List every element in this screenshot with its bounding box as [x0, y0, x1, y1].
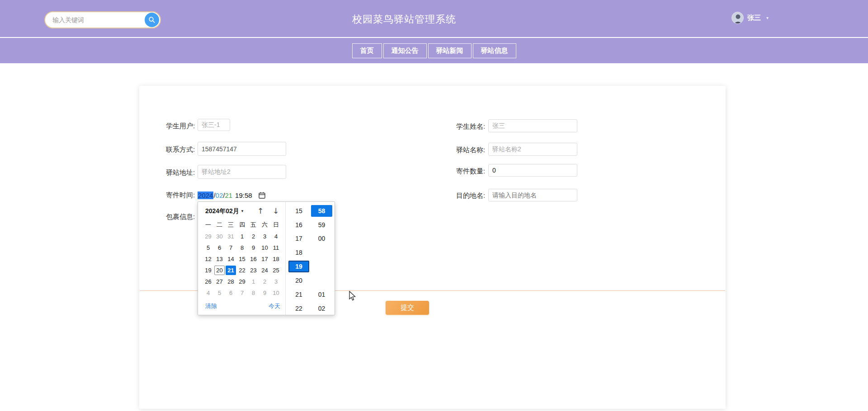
- weekday-label: 三: [225, 221, 236, 229]
- calendar-day[interactable]: 31: [225, 231, 236, 242]
- datetime-day-segment[interactable]: 21: [225, 191, 232, 199]
- hour-option[interactable]: 19: [288, 261, 309, 272]
- nav-tab-news[interactable]: 驿站新闻: [428, 43, 472, 58]
- calendar-day[interactable]: 12: [203, 253, 214, 265]
- calendar-day[interactable]: 5: [203, 242, 214, 253]
- chevron-down-icon: ▾: [766, 15, 769, 20]
- today-button[interactable]: 今天: [269, 302, 280, 310]
- calendar-day[interactable]: 1: [248, 276, 259, 287]
- calendar-day[interactable]: 28: [225, 276, 236, 287]
- hour-option[interactable]: 16: [288, 219, 309, 231]
- datetime-time-segment[interactable]: 19:58: [235, 191, 252, 199]
- calendar-day[interactable]: 22: [236, 265, 248, 276]
- minute-option[interactable]: 59: [311, 219, 332, 231]
- minute-option[interactable]: 00: [311, 233, 332, 244]
- nav-tab-home[interactable]: 首页: [352, 43, 382, 58]
- calendar-day[interactable]: 6: [225, 287, 236, 299]
- calendar-day[interactable]: 29: [203, 231, 214, 242]
- minute-option[interactable]: 02: [311, 303, 332, 314]
- clear-button[interactable]: 清除: [205, 302, 217, 310]
- package-info-label: 包裹信息:: [166, 213, 195, 221]
- calendar-day[interactable]: 4: [203, 287, 214, 299]
- calendar-day[interactable]: 3: [270, 276, 282, 287]
- calendar-day[interactable]: 11: [270, 242, 282, 253]
- station-address-input[interactable]: [198, 165, 286, 179]
- destination-input[interactable]: [488, 189, 577, 201]
- calendar-day[interactable]: 20: [214, 265, 225, 276]
- nav-tab-notices[interactable]: 通知公告: [383, 43, 427, 58]
- hour-option[interactable]: 20: [288, 275, 309, 286]
- weekday-label: 六: [259, 221, 270, 229]
- calendar-day[interactable]: 7: [236, 287, 248, 299]
- minute-option[interactable]: 58: [311, 205, 332, 217]
- calendar-day[interactable]: 8: [248, 287, 259, 299]
- search-button[interactable]: [145, 13, 159, 27]
- minute-option[interactable]: 01: [311, 289, 332, 300]
- calendar-day[interactable]: 17: [259, 253, 270, 265]
- month-label: 2024年02月: [205, 207, 239, 215]
- chevron-down-icon: ▾: [241, 209, 244, 213]
- calendar-day[interactable]: 3: [259, 231, 270, 242]
- calendar-day[interactable]: 27: [214, 276, 225, 287]
- calendar-day[interactable]: 14: [225, 253, 236, 265]
- datetime-year-segment[interactable]: 2024: [198, 191, 213, 199]
- calendar-day[interactable]: 13: [214, 253, 225, 265]
- user-name: 张三: [747, 14, 761, 22]
- date-picker-popup: 2024年02月▾ ↑ ↓ 一二三四五六日 293031123456789101…: [198, 201, 335, 315]
- calendar-day[interactable]: 25: [270, 265, 282, 276]
- calendar-day[interactable]: 10: [270, 287, 282, 299]
- submit-button[interactable]: 提交: [386, 301, 429, 315]
- calendar-day[interactable]: 2: [248, 231, 259, 242]
- calendar-day[interactable]: 8: [236, 242, 248, 253]
- calendar-day[interactable]: 26: [203, 276, 214, 287]
- next-month-button[interactable]: ↓: [270, 206, 281, 216]
- nav-tab-station-info[interactable]: 驿站信息: [473, 43, 516, 58]
- hour-option[interactable]: 18: [288, 247, 309, 258]
- calendar-day[interactable]: 29: [236, 276, 248, 287]
- hour-option[interactable]: 17: [288, 233, 309, 244]
- calendar-day[interactable]: 21: [225, 265, 236, 276]
- send-time-input[interactable]: 2024/02/2119:58: [198, 189, 267, 201]
- calendar-day[interactable]: 10: [259, 242, 270, 253]
- contact-input[interactable]: [198, 142, 286, 156]
- search-input[interactable]: [45, 13, 160, 27]
- calendar-icon: [258, 191, 266, 199]
- calendar-day[interactable]: 15: [236, 253, 248, 265]
- calendar-day[interactable]: 7: [225, 242, 236, 253]
- prev-month-button[interactable]: ↑: [255, 206, 266, 216]
- up-arrow-icon: ↑: [257, 206, 264, 215]
- student-name-label: 学生姓名:: [456, 122, 485, 131]
- calendar-day[interactable]: 18: [270, 253, 282, 265]
- hour-option[interactable]: 22: [288, 303, 309, 314]
- calendar-day[interactable]: 9: [259, 287, 270, 299]
- weekday-label: 四: [236, 221, 248, 229]
- calendar-day[interactable]: 23: [248, 265, 259, 276]
- student-user-input[interactable]: [198, 119, 230, 131]
- calendar-day[interactable]: 6: [214, 242, 225, 253]
- calendar-day[interactable]: 2: [259, 276, 270, 287]
- student-name-input[interactable]: [488, 119, 577, 132]
- hour-option[interactable]: 15: [288, 205, 309, 217]
- search-bar: [44, 11, 161, 28]
- calendar-day[interactable]: 9: [248, 242, 259, 253]
- package-count-input[interactable]: [488, 164, 577, 177]
- time-column-divider: [285, 202, 286, 315]
- calendar-day[interactable]: 5: [214, 287, 225, 299]
- header: 校园菜鸟驿站管理系统 张三 ▾: [0, 0, 868, 37]
- calendar-day[interactable]: 24: [259, 265, 270, 276]
- datetime-month-segment[interactable]: 02: [216, 191, 223, 199]
- user-menu[interactable]: 张三 ▾: [731, 12, 769, 24]
- calendar-day[interactable]: 19: [203, 265, 214, 276]
- calendar-day[interactable]: 4: [270, 231, 282, 242]
- calendar-day[interactable]: 30: [214, 231, 225, 242]
- hour-option[interactable]: 21: [288, 289, 309, 300]
- destination-label: 目的地名:: [456, 191, 485, 200]
- station-name-input[interactable]: [488, 143, 577, 156]
- calendar-day[interactable]: 1: [236, 231, 248, 242]
- calendar-day[interactable]: 16: [248, 253, 259, 265]
- page-title: 校园菜鸟驿站管理系统: [352, 13, 456, 26]
- down-arrow-icon: ↓: [273, 206, 279, 215]
- month-dropdown[interactable]: 2024年02月▾: [205, 207, 243, 215]
- weekday-label: 二: [214, 221, 225, 229]
- calendar-picker-button[interactable]: [258, 191, 267, 200]
